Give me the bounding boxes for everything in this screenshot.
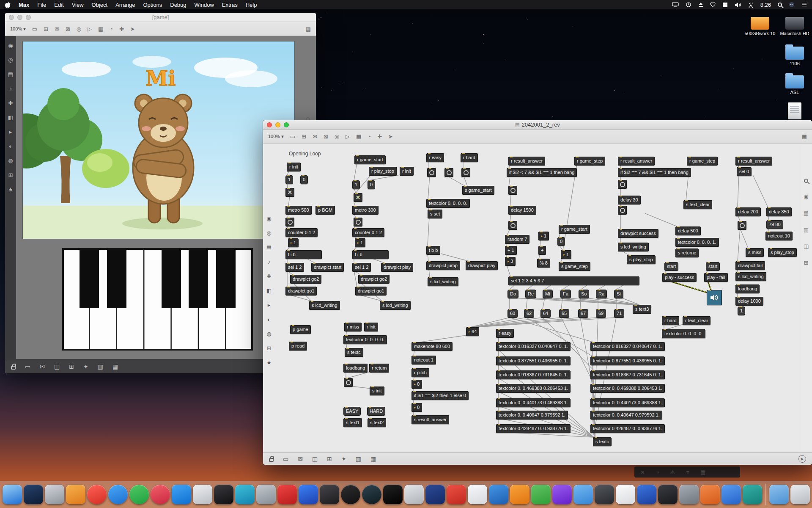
max-object[interactable]: t b b (426, 246, 440, 255)
menu-window[interactable]: Window (195, 2, 214, 8)
bang-button[interactable] (618, 180, 627, 189)
max-message[interactable]: Do (508, 290, 518, 298)
max-object[interactable]: r result_answer (508, 157, 545, 166)
max-numberbox[interactable]: ▸3 (505, 257, 516, 266)
max-object[interactable]: r hard (662, 316, 679, 325)
max-object[interactable]: s text3 (633, 305, 651, 314)
comment-icon[interactable]: ✉ (40, 364, 45, 370)
max-object[interactable]: r text_clear (683, 316, 710, 325)
clock-icon[interactable]: ◔ (656, 469, 659, 475)
object-box-icon[interactable]: ▭ (32, 26, 37, 32)
menu-help[interactable]: Help (246, 2, 257, 8)
max-message[interactable]: 67 (578, 309, 588, 318)
dock-icon-app-dark-blue[interactable] (24, 485, 43, 504)
media-icon[interactable]: ♪ (268, 259, 271, 265)
max-object[interactable]: s text2 (368, 418, 386, 427)
keyboard-icon[interactable]: ▥ (98, 364, 103, 370)
contrast-icon[interactable]: ◐ (267, 317, 271, 322)
max-object[interactable]: r result_answer (618, 157, 655, 166)
max-object[interactable]: r game_start (559, 225, 590, 234)
max-object[interactable]: s lcd_writing (735, 272, 766, 281)
max-object[interactable]: if $i1 == $i2 then 1 else 0 (411, 391, 469, 400)
dock-icon-app-black-2[interactable] (383, 485, 403, 504)
dock-icon-folder-downloads[interactable] (769, 485, 789, 504)
bang-button[interactable] (427, 168, 436, 177)
matrix-icon[interactable]: ▦ (112, 364, 118, 370)
dock-icon-blender[interactable] (510, 485, 529, 504)
patch-icon[interactable]: ⊞ (804, 260, 809, 265)
max-object[interactable]: drawpict jump (426, 261, 460, 270)
console-icon[interactable]: ▤ (266, 245, 272, 250)
max-object[interactable]: textcolor 0. 0. 0. 0. (426, 199, 470, 208)
run-button[interactable]: ▶ (798, 455, 806, 463)
grid-icon[interactable]: ⊞ (267, 345, 272, 351)
grid-icon[interactable]: ▦ (804, 210, 809, 216)
speaker-icon[interactable]: ◉ (804, 194, 808, 199)
menu-file[interactable]: File (37, 2, 46, 8)
max-object[interactable]: p game (290, 325, 311, 334)
select-icon[interactable]: ▭ (283, 456, 288, 462)
delete-icon[interactable]: ⊠ (66, 26, 70, 32)
max-object[interactable]: textcolor 0.816327 0.040647 0. 1. (496, 342, 571, 351)
max-object[interactable]: metro 300 (352, 206, 379, 215)
max-object[interactable]: textcolor 0. 0.40647 0.979592 1. (496, 411, 568, 420)
dock-icon-app-sky[interactable] (573, 485, 593, 504)
max-object[interactable]: textcolor 0.428487 0. 0.938776 1. (496, 424, 571, 433)
dock-icon-browser-blue[interactable] (108, 485, 128, 504)
max-object[interactable]: r result_answer (735, 157, 772, 166)
disc-icon[interactable]: ◍ (8, 158, 13, 163)
max-object[interactable]: drawpict fail (735, 261, 765, 270)
max-object[interactable]: p BGM (315, 206, 335, 215)
max-object[interactable]: sel 1 2 (285, 263, 304, 272)
notification-center-icon[interactable] (801, 0, 807, 9)
warning-icon[interactable]: ⚠ (670, 469, 675, 475)
max-object[interactable]: s returnc (675, 248, 699, 257)
airplay-icon[interactable] (672, 0, 679, 9)
share-icon[interactable]: ➤ (130, 26, 135, 32)
keyboard-icon[interactable]: ▥ (356, 456, 361, 462)
pointer-icon[interactable]: ▸ (268, 302, 271, 308)
max-object[interactable]: r init (400, 167, 414, 176)
spotlight-icon[interactable] (778, 0, 782, 9)
max-message[interactable]: 0 (368, 180, 375, 189)
max-object[interactable]: textcolor 0.877551 0.436955 0. 1. (590, 356, 665, 365)
dock-icon-app-cube[interactable] (256, 485, 276, 504)
max-object[interactable]: makenote 80 600 (411, 342, 453, 351)
max-object[interactable]: s text1 (343, 418, 362, 427)
dock-icon-trash[interactable] (790, 485, 810, 504)
max-message[interactable]: 64 (540, 309, 551, 318)
select-icon[interactable]: ▭ (25, 364, 30, 370)
bang-button[interactable] (508, 186, 517, 195)
presentation-icon[interactable]: ▦ (98, 26, 103, 32)
max-object[interactable]: drawpict play (466, 261, 498, 270)
max-object[interactable]: r game_start (354, 155, 386, 164)
max-object[interactable]: metro 500 (285, 206, 312, 215)
max-object[interactable]: delay 350 (766, 207, 792, 216)
grid-icon[interactable]: ⊞ (327, 456, 332, 462)
max-object[interactable]: loadbang (735, 284, 760, 293)
max-object[interactable]: s result_answer (411, 415, 449, 424)
magnifier-icon[interactable] (804, 179, 808, 183)
inspector-icon[interactable]: ◎ (266, 230, 271, 236)
max-object[interactable]: delay 500 (675, 226, 701, 235)
layers-icon[interactable]: ◫ (804, 243, 809, 249)
volume-icon[interactable] (735, 0, 741, 9)
max-object[interactable]: delay 1000 (735, 297, 763, 306)
max-object[interactable]: if $i2 < 7 && $i1 == 1 then bang (507, 168, 577, 177)
max-object[interactable]: textcolor 0. 0.469388 0.206453 1. (496, 384, 571, 393)
max-object[interactable]: textcolor 0. 0.469388 0.206453 1. (590, 384, 665, 393)
max-object[interactable]: noteout 1 (411, 356, 436, 364)
menu-clock[interactable]: 8:26 (760, 2, 771, 8)
max-object[interactable]: delay 200 (735, 207, 761, 216)
minimize-button[interactable] (17, 15, 22, 20)
max-message[interactable]: 60 (508, 309, 518, 318)
star-icon[interactable]: ★ (266, 360, 272, 365)
inspector-icon[interactable]: ◎ (77, 26, 81, 32)
max-numberbox[interactable]: ▸1 (355, 238, 365, 247)
max-object[interactable]: t i b (352, 250, 389, 259)
max-object[interactable]: r init (364, 323, 378, 331)
snap-icon[interactable]: ✦ (83, 364, 88, 370)
dock-icon-app-store[interactable] (172, 485, 191, 504)
max-message[interactable]: 1 (738, 306, 745, 315)
max-numberbox[interactable]: ▸1 (561, 250, 571, 259)
